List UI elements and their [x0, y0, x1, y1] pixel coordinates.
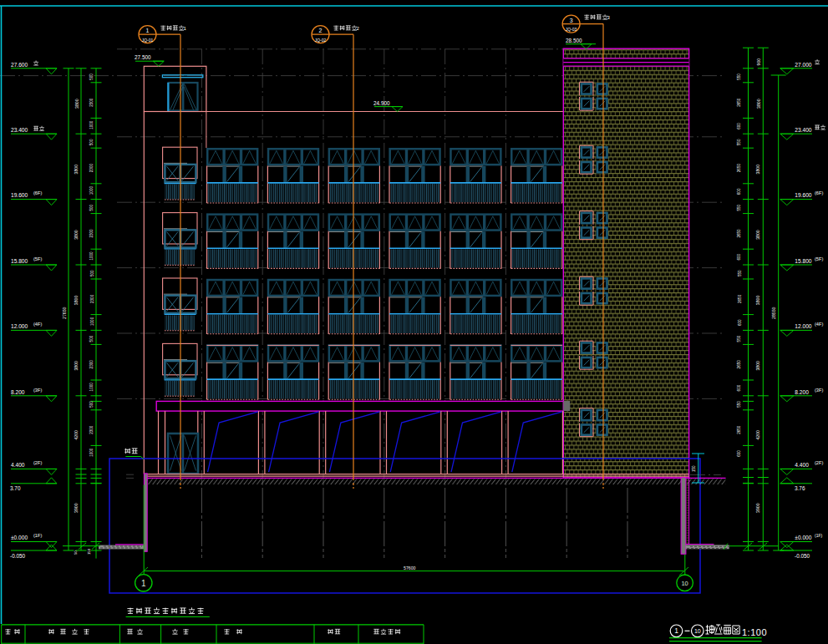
svg-text:15.800: 15.800 — [795, 258, 812, 264]
svg-text:2650: 2650 — [738, 98, 742, 107]
svg-text:1000: 1000 — [90, 120, 94, 129]
svg-text:3900: 3900 — [756, 503, 761, 513]
svg-text:50: 50 — [74, 550, 78, 555]
svg-text:(1F): (1F) — [33, 533, 42, 538]
svg-text:150: 150 — [87, 548, 91, 555]
svg-text:500: 500 — [90, 401, 94, 408]
svg-text:28550: 28550 — [771, 307, 776, 319]
svg-text:550: 550 — [738, 401, 742, 408]
svg-text:500: 500 — [90, 270, 94, 276]
svg-text:(6F): (6F) — [815, 190, 823, 195]
svg-text:10: 10 — [681, 580, 688, 587]
svg-text:3800: 3800 — [74, 230, 79, 240]
svg-text:2300: 2300 — [90, 164, 94, 173]
svg-text:3800: 3800 — [756, 99, 761, 109]
svg-text:2650: 2650 — [738, 164, 742, 173]
svg-text:550: 550 — [738, 139, 742, 145]
svg-text:27.500: 27.500 — [135, 54, 151, 60]
svg-text:1000: 1000 — [90, 317, 94, 326]
svg-text:600: 600 — [738, 450, 742, 457]
svg-text:4200: 4200 — [756, 430, 761, 440]
svg-text:1000: 1000 — [90, 186, 94, 195]
svg-text:3800: 3800 — [756, 296, 761, 306]
svg-text:3.76: 3.76 — [795, 485, 805, 491]
svg-text:12.000: 12.000 — [11, 323, 28, 329]
svg-text:27650: 27650 — [62, 307, 67, 319]
svg-text:(1F): (1F) — [815, 533, 823, 538]
svg-text:600: 600 — [738, 384, 742, 391]
svg-text:3: 3 — [570, 18, 573, 23]
svg-text:24.900: 24.900 — [373, 100, 390, 106]
svg-text:150: 150 — [692, 465, 696, 472]
svg-text:±0.000: ±0.000 — [11, 535, 28, 540]
svg-text:10: 10 — [694, 628, 701, 634]
svg-text:4200: 4200 — [74, 430, 79, 440]
svg-text:4.400: 4.400 — [11, 462, 25, 468]
svg-text:(2F): (2F) — [815, 460, 823, 465]
svg-text:500: 500 — [90, 335, 94, 342]
svg-text:3.70: 3.70 — [10, 485, 21, 491]
svg-text:JQ-01: JQ-01 — [142, 38, 154, 43]
svg-text:JQ-02: JQ-02 — [315, 38, 327, 43]
svg-text:1: 1 — [141, 579, 146, 588]
svg-text:JQ-03: JQ-03 — [566, 27, 577, 32]
svg-text:3800: 3800 — [756, 361, 761, 371]
svg-text:(5F): (5F) — [33, 256, 42, 261]
svg-text:(3F): (3F) — [33, 388, 42, 393]
svg-text:2650: 2650 — [738, 425, 742, 434]
svg-text:3800: 3800 — [74, 361, 79, 371]
svg-text:500: 500 — [90, 139, 94, 145]
svg-text:4.400: 4.400 — [795, 462, 809, 468]
svg-text:2650: 2650 — [738, 229, 742, 238]
svg-text:3800: 3800 — [756, 165, 761, 175]
svg-text:550: 550 — [738, 335, 742, 342]
svg-text:27.600: 27.600 — [11, 62, 28, 68]
svg-text:12.000: 12.000 — [795, 323, 812, 329]
svg-text:1000: 1000 — [90, 251, 94, 261]
svg-text:28.500: 28.500 — [566, 38, 582, 43]
svg-text:8.200: 8.200 — [11, 389, 25, 395]
svg-text:2300: 2300 — [90, 98, 94, 107]
svg-text:1: 1 — [674, 626, 678, 635]
svg-text:900: 900 — [756, 58, 761, 66]
svg-text:500: 500 — [90, 204, 94, 210]
svg-text:3800: 3800 — [74, 99, 79, 109]
svg-text:1000: 1000 — [90, 383, 94, 392]
svg-text:2300: 2300 — [90, 294, 94, 303]
svg-text:(2F): (2F) — [33, 460, 42, 465]
svg-text:600: 600 — [738, 253, 742, 260]
svg-text:3900: 3900 — [74, 503, 79, 513]
svg-text:(5F): (5F) — [815, 256, 823, 261]
svg-text:±0.000: ±0.000 — [795, 535, 811, 540]
svg-text:(6F): (6F) — [33, 190, 42, 195]
svg-text:(4F): (4F) — [815, 322, 823, 327]
svg-text:1: 1 — [146, 28, 150, 33]
svg-text:2300: 2300 — [90, 425, 94, 434]
svg-text:57600: 57600 — [404, 565, 416, 570]
svg-text:2300: 2300 — [90, 360, 94, 369]
svg-text:600: 600 — [738, 188, 742, 195]
svg-text:2650: 2650 — [738, 294, 742, 303]
svg-text:(3F): (3F) — [815, 388, 823, 393]
svg-text:-0.050: -0.050 — [10, 553, 26, 559]
svg-text:2: 2 — [319, 28, 323, 33]
svg-text:2650: 2650 — [738, 360, 742, 369]
svg-text:8.200: 8.200 — [795, 389, 809, 395]
svg-text:2300: 2300 — [90, 229, 94, 238]
svg-text:3800: 3800 — [74, 296, 79, 306]
svg-text:19.600: 19.600 — [795, 192, 812, 198]
svg-text:600: 600 — [738, 123, 742, 129]
svg-text:600: 600 — [738, 319, 742, 326]
svg-text:23.400: 23.400 — [11, 127, 28, 133]
svg-text:3800: 3800 — [74, 165, 79, 175]
svg-text:550: 550 — [738, 74, 742, 80]
svg-text:-0.050: -0.050 — [795, 553, 810, 559]
svg-text:15.800: 15.800 — [11, 258, 28, 264]
svg-text:23.400: 23.400 — [795, 127, 812, 133]
svg-text:550: 550 — [738, 270, 742, 276]
svg-text:19.600: 19.600 — [11, 192, 28, 198]
svg-text:3800: 3800 — [756, 230, 761, 240]
svg-text:(4F): (4F) — [33, 322, 42, 327]
svg-text:1:100: 1:100 — [742, 627, 767, 637]
svg-text:500: 500 — [90, 74, 94, 80]
